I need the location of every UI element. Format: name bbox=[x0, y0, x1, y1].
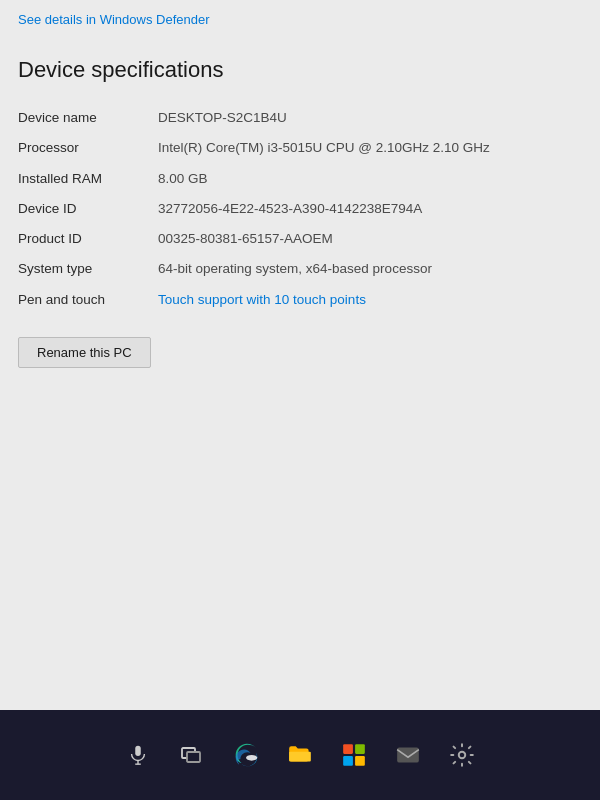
main-content: See details in Windows Defender Device s… bbox=[0, 0, 600, 710]
spec-value: 8.00 GB bbox=[158, 164, 582, 194]
svg-rect-4 bbox=[187, 752, 200, 762]
edge-browser-icon[interactable] bbox=[228, 737, 264, 773]
table-row: ProcessorIntel(R) Core(TM) i3-5015U CPU … bbox=[18, 133, 582, 163]
svg-rect-6 bbox=[289, 752, 311, 762]
table-row: Device ID32772056-4E22-4523-A390-4142238… bbox=[18, 194, 582, 224]
microsoft-store-icon[interactable] bbox=[336, 737, 372, 773]
spec-value: 32772056-4E22-4523-A390-4142238E794A bbox=[158, 194, 582, 224]
task-view-icon[interactable] bbox=[174, 737, 210, 773]
spec-label: Installed RAM bbox=[18, 164, 158, 194]
section-title: Device specifications bbox=[18, 57, 582, 83]
svg-rect-8 bbox=[355, 744, 365, 754]
spec-value: DESKTOP-S2C1B4U bbox=[158, 103, 582, 133]
svg-point-12 bbox=[459, 752, 466, 759]
spec-label: Device name bbox=[18, 103, 158, 133]
microphone-icon[interactable] bbox=[120, 737, 156, 773]
settings-icon[interactable] bbox=[444, 737, 480, 773]
rename-pc-button[interactable]: Rename this PC bbox=[18, 337, 151, 368]
spec-label: Pen and touch bbox=[18, 285, 158, 315]
svg-rect-10 bbox=[355, 756, 365, 766]
spec-value: Touch support with 10 touch points bbox=[158, 285, 582, 315]
table-row: System type64-bit operating system, x64-… bbox=[18, 254, 582, 284]
spec-label: Processor bbox=[18, 133, 158, 163]
svg-rect-0 bbox=[135, 746, 141, 756]
spec-label: System type bbox=[18, 254, 158, 284]
svg-rect-11 bbox=[397, 747, 419, 762]
spec-value: 00325-80381-65157-AAOEM bbox=[158, 224, 582, 254]
spec-label: Product ID bbox=[18, 224, 158, 254]
svg-rect-7 bbox=[343, 744, 353, 754]
table-row: Pen and touchTouch support with 10 touch… bbox=[18, 285, 582, 315]
file-explorer-icon[interactable] bbox=[282, 737, 318, 773]
svg-rect-9 bbox=[343, 756, 353, 766]
spec-label: Device ID bbox=[18, 194, 158, 224]
table-row: Product ID00325-80381-65157-AAOEM bbox=[18, 224, 582, 254]
mail-icon[interactable] bbox=[390, 737, 426, 773]
table-row: Device nameDESKTOP-S2C1B4U bbox=[18, 103, 582, 133]
svg-point-5 bbox=[246, 755, 257, 761]
table-row: Installed RAM8.00 GB bbox=[18, 164, 582, 194]
spec-table: Device nameDESKTOP-S2C1B4UProcessorIntel… bbox=[18, 103, 582, 315]
spec-value: Intel(R) Core(TM) i3-5015U CPU @ 2.10GHz… bbox=[158, 133, 582, 163]
spec-value: 64-bit operating system, x64-based proce… bbox=[158, 254, 582, 284]
taskbar bbox=[0, 710, 600, 800]
defender-link[interactable]: See details in Windows Defender bbox=[18, 12, 210, 27]
